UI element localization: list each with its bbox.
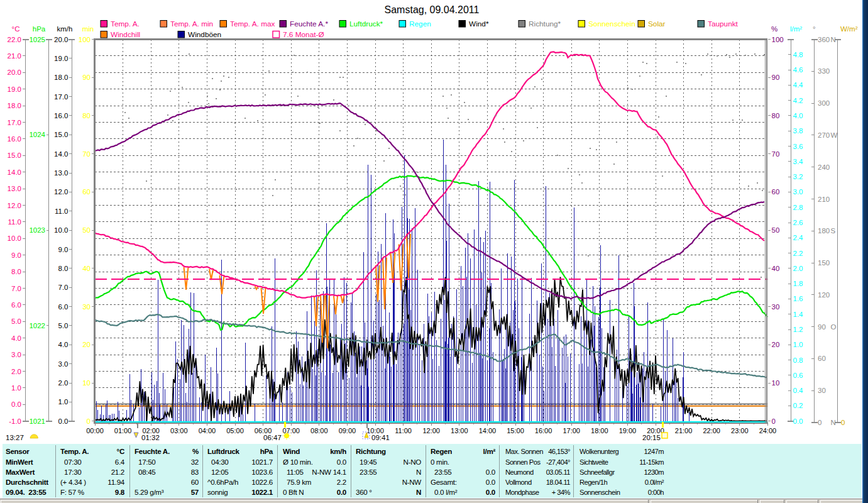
svg-text:N: N <box>831 36 836 43</box>
svg-text:N: N <box>831 419 836 426</box>
svg-text:Wolkenunterg: Wolkenunterg <box>580 448 619 455</box>
svg-text:08:45: 08:45 <box>138 468 156 476</box>
svg-text:Durchschnitt: Durchschnitt <box>6 478 48 486</box>
svg-text:Temp. A. max: Temp. A. max <box>230 19 275 28</box>
svg-text:0.6: 0.6 <box>793 372 803 379</box>
svg-text:N-NW: N-NW <box>402 478 422 486</box>
svg-text:330: 330 <box>818 67 830 75</box>
svg-text:10: 10 <box>82 379 91 387</box>
svg-text:50: 50 <box>772 226 780 234</box>
svg-text:min: min <box>82 25 94 33</box>
svg-text:1023: 1023 <box>29 226 45 234</box>
svg-text:-27,404°: -27,404° <box>546 458 570 466</box>
svg-text:14:00: 14:00 <box>479 427 497 434</box>
svg-text:70: 70 <box>772 150 780 158</box>
svg-text:N-NO: N-NO <box>404 458 422 466</box>
svg-text:9.0: 9.0 <box>11 252 21 259</box>
svg-text:Mondphase: Mondphase <box>505 489 539 496</box>
svg-text:Feuchte A.: Feuchte A. <box>135 447 170 455</box>
svg-text:sonnig: sonnig <box>207 488 228 496</box>
svg-text:3.0: 3.0 <box>11 351 21 358</box>
svg-text:1.6: 1.6 <box>793 295 803 302</box>
svg-text:21.0: 21.0 <box>8 52 21 60</box>
svg-text:Luftdruck*: Luftdruck* <box>349 19 383 28</box>
svg-text:150: 150 <box>818 259 830 267</box>
svg-text:7.6 Monat-Ø: 7.6 Monat-Ø <box>283 30 324 39</box>
svg-text:Ø 10 min.: Ø 10 min. <box>283 458 313 466</box>
svg-text:3.6: 3.6 <box>793 143 803 150</box>
svg-text:13.0: 13.0 <box>8 185 21 192</box>
svg-text:4.0: 4.0 <box>11 334 21 342</box>
svg-text:21.2: 21.2 <box>111 468 124 476</box>
svg-text:0.0: 0.0 <box>486 478 495 486</box>
svg-text:240: 240 <box>818 163 830 171</box>
svg-text:60: 60 <box>818 355 826 362</box>
svg-text:N: N <box>416 488 421 496</box>
svg-text:23:55: 23:55 <box>434 468 452 476</box>
svg-text:22.0: 22.0 <box>8 36 21 43</box>
svg-text:60: 60 <box>82 188 91 196</box>
svg-text:Wind: Wind <box>283 447 300 455</box>
svg-text:1022: 1022 <box>29 322 45 329</box>
svg-text:30: 30 <box>82 303 91 311</box>
svg-text:°C: °C <box>12 25 20 33</box>
svg-text:0.4: 0.4 <box>793 387 804 394</box>
svg-text:04:30: 04:30 <box>211 458 229 466</box>
svg-text:40: 40 <box>82 265 91 272</box>
svg-text:10.0: 10.0 <box>54 226 68 234</box>
svg-text:4.4: 4.4 <box>793 81 804 89</box>
svg-text:Sonnenschein: Sonnenschein <box>588 19 635 28</box>
svg-text:3.8: 3.8 <box>793 127 803 135</box>
svg-text:11.0: 11.0 <box>55 207 69 215</box>
svg-text:3.2: 3.2 <box>793 173 803 180</box>
svg-text:2.0: 2.0 <box>11 368 21 375</box>
svg-text:2.6: 2.6 <box>793 219 803 226</box>
svg-text:03:00: 03:00 <box>170 427 188 434</box>
svg-text:0.0: 0.0 <box>337 488 346 496</box>
svg-text:09:41: 09:41 <box>371 434 390 441</box>
svg-text:08:00: 08:00 <box>310 427 328 434</box>
svg-text:00:00: 00:00 <box>86 427 104 434</box>
svg-text:7.0: 7.0 <box>11 285 21 292</box>
svg-text:Schneefallgr: Schneefallgr <box>580 468 615 476</box>
svg-text:Gesamt:: Gesamt: <box>431 478 457 486</box>
svg-text:17:30: 17:30 <box>64 468 82 476</box>
svg-text:270: 270 <box>818 131 830 139</box>
svg-text:Richtung*: Richtung* <box>529 19 561 28</box>
svg-text:Samstag, 09.04.2011: Samstag, 09.04.2011 <box>385 4 480 15</box>
svg-text:70: 70 <box>82 150 91 158</box>
svg-text:1021: 1021 <box>29 417 45 425</box>
svg-text:Max. Sonnen: Max. Sonnen <box>505 448 543 455</box>
svg-text:300: 300 <box>818 99 830 107</box>
svg-text:6.4: 6.4 <box>115 458 125 466</box>
svg-text:3.0: 3.0 <box>793 188 803 196</box>
svg-text:19:00: 19:00 <box>619 427 637 434</box>
svg-text:80: 80 <box>82 112 91 119</box>
svg-text:21:00: 21:00 <box>675 427 693 434</box>
svg-text:60: 60 <box>191 478 199 486</box>
svg-text:0: 0 <box>818 419 821 426</box>
svg-text:0 min.: 0 min. <box>431 458 449 466</box>
svg-text:120: 120 <box>818 291 830 299</box>
svg-text:17.0: 17.0 <box>54 93 68 101</box>
svg-text:Richtung: Richtung <box>356 447 386 455</box>
svg-text:km/h: km/h <box>57 25 73 33</box>
svg-text:W/m²: W/m² <box>840 25 858 33</box>
svg-text:l/m²: l/m² <box>790 25 802 33</box>
svg-text:16.0: 16.0 <box>54 112 68 119</box>
svg-text:01:00: 01:00 <box>114 427 132 434</box>
svg-text:13.0: 13.0 <box>54 169 68 177</box>
svg-text:1247m: 1247m <box>644 448 664 455</box>
svg-text:8.0: 8.0 <box>58 265 69 272</box>
svg-text:Regen: Regen <box>431 447 452 455</box>
svg-text:0.0: 0.0 <box>11 401 21 408</box>
svg-text:18.0: 18.0 <box>8 102 21 109</box>
svg-text:11-15km: 11-15km <box>639 458 664 466</box>
svg-text:Sensor: Sensor <box>6 447 30 455</box>
svg-text:80: 80 <box>772 112 780 119</box>
svg-text:13:27: 13:27 <box>6 434 24 441</box>
svg-text:07:00: 07:00 <box>282 427 300 434</box>
svg-text:1.0: 1.0 <box>793 341 803 348</box>
svg-text:0 Bft N: 0 Bft N <box>283 488 304 496</box>
svg-text:1024: 1024 <box>29 131 45 138</box>
